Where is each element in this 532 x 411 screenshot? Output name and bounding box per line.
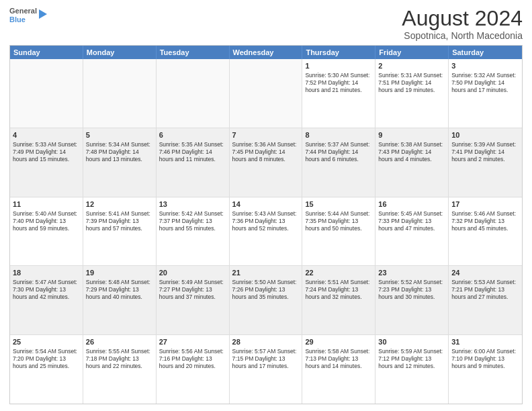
cell-content: Sunrise: 5:35 AM Sunset: 7:46 PM Dayligh… bbox=[159, 141, 226, 163]
header-tuesday: Tuesday bbox=[157, 46, 230, 59]
cell-content: Sunrise: 5:43 AM Sunset: 7:36 PM Dayligh… bbox=[232, 210, 300, 232]
calendar-cell-empty-1 bbox=[83, 59, 157, 128]
logo: General Blue bbox=[9, 7, 48, 24]
day-number: 6 bbox=[159, 130, 226, 140]
cell-content: Sunrise: 5:39 AM Sunset: 7:41 PM Dayligh… bbox=[451, 141, 519, 163]
calendar-cell-25: 25Sunrise: 5:54 AM Sunset: 7:20 PM Dayli… bbox=[10, 335, 83, 404]
cell-content: Sunrise: 5:33 AM Sunset: 7:49 PM Dayligh… bbox=[13, 141, 80, 163]
day-number: 17 bbox=[451, 199, 519, 210]
day-number: 2 bbox=[378, 61, 445, 71]
calendar-row-4: 18Sunrise: 5:47 AM Sunset: 7:30 PM Dayli… bbox=[10, 266, 522, 335]
calendar-cell-20: 20Sunrise: 5:49 AM Sunset: 7:27 PM Dayli… bbox=[157, 266, 230, 334]
header-thursday: Thursday bbox=[302, 46, 375, 59]
day-number: 14 bbox=[232, 199, 300, 210]
cell-content: Sunrise: 6:00 AM Sunset: 7:10 PM Dayligh… bbox=[451, 348, 519, 370]
calendar-row-2: 4Sunrise: 5:33 AM Sunset: 7:49 PM Daylig… bbox=[10, 128, 522, 197]
cell-content: Sunrise: 5:30 AM Sunset: 7:52 PM Dayligh… bbox=[305, 72, 372, 94]
calendar-cell-17: 17Sunrise: 5:46 AM Sunset: 7:32 PM Dayli… bbox=[449, 197, 522, 266]
day-number: 16 bbox=[378, 199, 445, 210]
calendar-cell-27: 27Sunrise: 5:56 AM Sunset: 7:16 PM Dayli… bbox=[157, 335, 230, 404]
calendar-cell-15: 15Sunrise: 5:44 AM Sunset: 7:35 PM Dayli… bbox=[302, 197, 375, 266]
cell-content: Sunrise: 5:46 AM Sunset: 7:32 PM Dayligh… bbox=[451, 210, 519, 232]
calendar-cell-24: 24Sunrise: 5:53 AM Sunset: 7:21 PM Dayli… bbox=[449, 266, 522, 334]
day-number: 13 bbox=[159, 199, 226, 210]
day-number: 30 bbox=[378, 337, 445, 347]
header-friday: Friday bbox=[375, 46, 449, 59]
calendar-cell-empty-0 bbox=[10, 59, 83, 128]
cell-content: Sunrise: 5:36 AM Sunset: 7:45 PM Dayligh… bbox=[232, 141, 300, 163]
cell-content: Sunrise: 5:41 AM Sunset: 7:39 PM Dayligh… bbox=[86, 210, 153, 232]
cell-content: Sunrise: 5:58 AM Sunset: 7:13 PM Dayligh… bbox=[305, 348, 372, 370]
day-number: 1 bbox=[305, 61, 372, 71]
calendar-row-1: 1Sunrise: 5:30 AM Sunset: 7:52 PM Daylig… bbox=[10, 59, 522, 128]
cell-content: Sunrise: 5:53 AM Sunset: 7:21 PM Dayligh… bbox=[451, 279, 519, 301]
subtitle: Sopotnica, North Macedonia bbox=[402, 30, 523, 41]
calendar-cell-16: 16Sunrise: 5:45 AM Sunset: 7:33 PM Dayli… bbox=[375, 197, 449, 266]
calendar-cell-13: 13Sunrise: 5:42 AM Sunset: 7:37 PM Dayli… bbox=[157, 197, 230, 266]
day-number: 22 bbox=[305, 268, 372, 278]
calendar-cell-3: 3Sunrise: 5:32 AM Sunset: 7:50 PM Daylig… bbox=[449, 59, 522, 128]
cell-content: Sunrise: 5:32 AM Sunset: 7:50 PM Dayligh… bbox=[451, 72, 519, 94]
calendar-body: 1Sunrise: 5:30 AM Sunset: 7:52 PM Daylig… bbox=[10, 59, 522, 404]
calendar-cell-31: 31Sunrise: 6:00 AM Sunset: 7:10 PM Dayli… bbox=[449, 335, 522, 404]
header-wednesday: Wednesday bbox=[230, 46, 303, 59]
header-monday: Monday bbox=[83, 46, 157, 59]
cell-content: Sunrise: 5:55 AM Sunset: 7:18 PM Dayligh… bbox=[86, 348, 153, 370]
day-number: 12 bbox=[86, 199, 153, 210]
logo-text: General Blue bbox=[9, 7, 48, 24]
calendar-cell-empty-2 bbox=[157, 59, 230, 128]
calendar-cell-14: 14Sunrise: 5:43 AM Sunset: 7:36 PM Dayli… bbox=[230, 197, 303, 266]
calendar-cell-30: 30Sunrise: 5:59 AM Sunset: 7:12 PM Dayli… bbox=[375, 335, 449, 404]
cell-content: Sunrise: 5:48 AM Sunset: 7:29 PM Dayligh… bbox=[86, 279, 153, 301]
day-number: 5 bbox=[86, 130, 153, 140]
day-number: 21 bbox=[232, 268, 300, 278]
calendar-cell-10: 10Sunrise: 5:39 AM Sunset: 7:41 PM Dayli… bbox=[449, 128, 522, 197]
calendar-cell-2: 2Sunrise: 5:31 AM Sunset: 7:51 PM Daylig… bbox=[375, 59, 449, 128]
calendar-cell-1: 1Sunrise: 5:30 AM Sunset: 7:52 PM Daylig… bbox=[302, 59, 375, 128]
header-saturday: Saturday bbox=[449, 46, 522, 59]
cell-content: Sunrise: 5:54 AM Sunset: 7:20 PM Dayligh… bbox=[13, 348, 80, 370]
cell-content: Sunrise: 5:47 AM Sunset: 7:30 PM Dayligh… bbox=[13, 279, 80, 301]
day-number: 28 bbox=[232, 337, 300, 347]
calendar-cell-8: 8Sunrise: 5:37 AM Sunset: 7:44 PM Daylig… bbox=[302, 128, 375, 197]
cell-content: Sunrise: 5:40 AM Sunset: 7:40 PM Dayligh… bbox=[13, 210, 80, 232]
day-number: 9 bbox=[378, 130, 445, 140]
calendar-cell-26: 26Sunrise: 5:55 AM Sunset: 7:18 PM Dayli… bbox=[83, 335, 157, 404]
cell-content: Sunrise: 5:52 AM Sunset: 7:23 PM Dayligh… bbox=[378, 279, 445, 301]
day-number: 8 bbox=[305, 130, 372, 140]
cell-content: Sunrise: 5:59 AM Sunset: 7:12 PM Dayligh… bbox=[378, 348, 445, 370]
calendar-cell-9: 9Sunrise: 5:38 AM Sunset: 7:43 PM Daylig… bbox=[375, 128, 449, 197]
calendar-cell-5: 5Sunrise: 5:34 AM Sunset: 7:48 PM Daylig… bbox=[83, 128, 157, 197]
title-area: August 2024 Sopotnica, North Macedonia bbox=[402, 7, 523, 41]
cell-content: Sunrise: 5:51 AM Sunset: 7:24 PM Dayligh… bbox=[305, 279, 372, 301]
day-number: 23 bbox=[378, 268, 445, 278]
day-number: 27 bbox=[159, 337, 226, 347]
cell-content: Sunrise: 5:37 AM Sunset: 7:44 PM Dayligh… bbox=[305, 141, 372, 163]
cell-content: Sunrise: 5:56 AM Sunset: 7:16 PM Dayligh… bbox=[159, 348, 226, 370]
calendar-cell-29: 29Sunrise: 5:58 AM Sunset: 7:13 PM Dayli… bbox=[302, 335, 375, 404]
cell-content: Sunrise: 5:44 AM Sunset: 7:35 PM Dayligh… bbox=[305, 210, 372, 232]
cell-content: Sunrise: 5:31 AM Sunset: 7:51 PM Dayligh… bbox=[378, 72, 445, 94]
calendar-cell-19: 19Sunrise: 5:48 AM Sunset: 7:29 PM Dayli… bbox=[83, 266, 157, 334]
calendar-cell-6: 6Sunrise: 5:35 AM Sunset: 7:46 PM Daylig… bbox=[157, 128, 230, 197]
day-number: 10 bbox=[451, 130, 519, 140]
calendar-cell-11: 11Sunrise: 5:40 AM Sunset: 7:40 PM Dayli… bbox=[10, 197, 83, 266]
calendar-cell-18: 18Sunrise: 5:47 AM Sunset: 7:30 PM Dayli… bbox=[10, 266, 83, 334]
calendar-row-3: 11Sunrise: 5:40 AM Sunset: 7:40 PM Dayli… bbox=[10, 197, 522, 267]
day-number: 7 bbox=[232, 130, 300, 140]
day-number: 4 bbox=[13, 130, 80, 140]
cell-content: Sunrise: 5:34 AM Sunset: 7:48 PM Dayligh… bbox=[86, 141, 153, 163]
page-header: General Blue August 2024 Sopotnica, Nort… bbox=[9, 7, 523, 41]
day-number: 19 bbox=[86, 268, 153, 278]
cell-content: Sunrise: 5:45 AM Sunset: 7:33 PM Dayligh… bbox=[378, 210, 445, 232]
calendar-cell-empty-3 bbox=[230, 59, 303, 128]
day-number: 26 bbox=[86, 337, 153, 347]
calendar: SundayMondayTuesdayWednesdayThursdayFrid… bbox=[9, 45, 523, 404]
cell-content: Sunrise: 5:49 AM Sunset: 7:27 PM Dayligh… bbox=[159, 279, 226, 301]
main-title: August 2024 bbox=[402, 7, 523, 30]
calendar-cell-12: 12Sunrise: 5:41 AM Sunset: 7:39 PM Dayli… bbox=[83, 197, 157, 266]
day-number: 20 bbox=[159, 268, 226, 278]
day-number: 25 bbox=[13, 337, 80, 347]
calendar-cell-23: 23Sunrise: 5:52 AM Sunset: 7:23 PM Dayli… bbox=[375, 266, 449, 334]
header-sunday: Sunday bbox=[10, 46, 83, 59]
